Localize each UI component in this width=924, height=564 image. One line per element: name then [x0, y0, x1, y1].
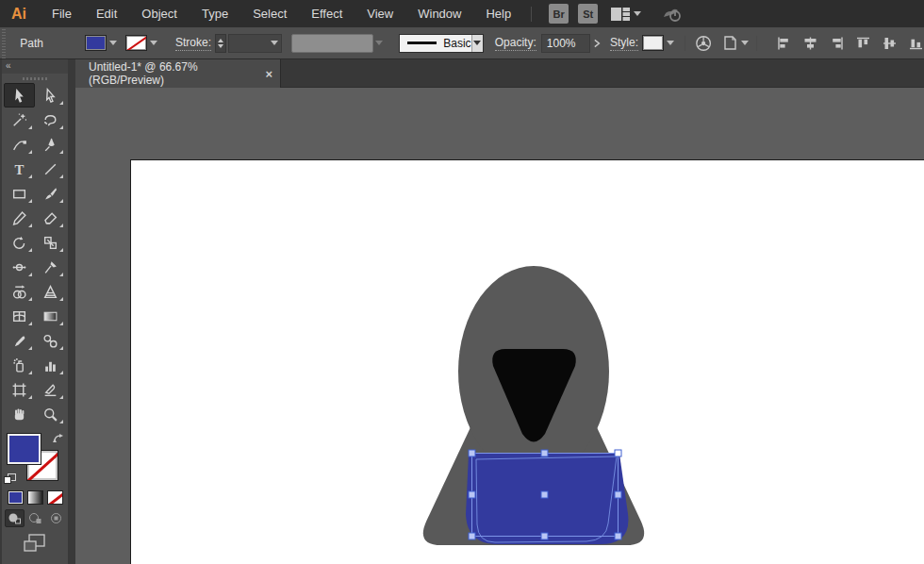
menu-item-object[interactable]: Object — [129, 7, 190, 21]
menu-item-effect[interactable]: Effect — [299, 7, 355, 21]
handle-bottom-right[interactable] — [615, 533, 621, 539]
menu-item-select[interactable]: Select — [240, 7, 299, 21]
stroke-none-swatch — [125, 35, 147, 51]
lasso-tool[interactable] — [35, 108, 66, 132]
none-mode-button[interactable] — [47, 490, 63, 505]
recolor-artwork-icon[interactable] — [695, 34, 712, 53]
pencil-tool[interactable] — [4, 206, 35, 230]
pasteboard[interactable] — [75, 88, 924, 564]
document-tab[interactable]: Untitled-1* @ 66.67% (RGB/Preview) × — [75, 59, 281, 88]
screen-mode-button[interactable] — [2, 533, 68, 554]
blend-tool[interactable] — [35, 328, 66, 353]
pen-tool[interactable] — [35, 132, 66, 157]
perspective-grid-tool[interactable] — [35, 279, 66, 304]
stroke-style-dropdown[interactable]: Basic — [399, 34, 484, 53]
mesh-tool[interactable] — [4, 304, 35, 328]
menu-item-help[interactable]: Help — [473, 7, 523, 21]
artboard-tool[interactable] — [4, 377, 35, 402]
align-bottom-icon[interactable] — [908, 36, 924, 51]
brush-definition-field[interactable] — [291, 34, 373, 53]
chevron-down-icon — [667, 41, 674, 45]
svg-text:T: T — [15, 161, 25, 176]
workspace-switcher[interactable] — [611, 8, 641, 21]
color-mode-button[interactable] — [8, 490, 24, 505]
line-segment-tool[interactable] — [35, 157, 66, 181]
handle-mid-right[interactable] — [615, 491, 621, 498]
eraser-tool[interactable] — [35, 206, 66, 230]
gradient-tool[interactable] — [35, 304, 66, 328]
draw-behind-button[interactable] — [25, 509, 45, 527]
symbol-sprayer-tool[interactable] — [4, 353, 35, 377]
graphic-style-dropdown[interactable] — [642, 35, 677, 51]
handle-bottom-left[interactable] — [469, 533, 475, 539]
zoom-tool[interactable] — [35, 402, 66, 426]
column-graph-tool[interactable] — [35, 353, 66, 377]
menu-item-view[interactable]: View — [355, 7, 405, 21]
handle-top-left[interactable] — [469, 450, 475, 456]
eyedropper-tool[interactable] — [4, 328, 35, 353]
selection-tool[interactable] — [4, 83, 35, 108]
panel-collapse-button[interactable]: « — [2, 59, 68, 74]
handle-top-center[interactable] — [541, 450, 548, 456]
menu-item-window[interactable]: Window — [405, 7, 473, 21]
gradient-mode-button[interactable] — [27, 490, 43, 505]
style-label[interactable]: Style: — [610, 36, 638, 51]
swap-fill-stroke-icon[interactable] — [53, 433, 65, 444]
fill-indicator[interactable] — [7, 433, 41, 465]
menu-item-type[interactable]: Type — [190, 7, 240, 21]
stroke-color-dropdown[interactable] — [125, 35, 160, 51]
magic-wand-tool[interactable] — [4, 108, 35, 132]
controlbar-separator — [685, 36, 685, 51]
handle-mid-left[interactable] — [469, 491, 475, 498]
controlbar-separator-2 — [756, 36, 757, 51]
handle-bottom-center[interactable] — [541, 533, 548, 539]
hand-tool[interactable] — [4, 402, 35, 426]
fill-color-dropdown[interactable] — [85, 35, 120, 51]
direct-selection-tool[interactable] — [35, 83, 66, 108]
align-left-icon[interactable] — [776, 36, 792, 51]
rotate-tool[interactable] — [4, 230, 35, 255]
control-bar: Path Stroke: Basic Opacity: Style: — [0, 27, 924, 59]
chevron-down-icon — [741, 41, 749, 45]
stroke-weight-label[interactable]: Stroke: — [175, 36, 211, 51]
align-buttons — [776, 36, 924, 51]
laptop-shape[interactable] — [466, 454, 628, 544]
close-icon[interactable]: × — [265, 67, 272, 81]
control-bar-grip[interactable] — [0, 27, 7, 58]
paintbrush-tool[interactable] — [35, 181, 66, 206]
scale-tool[interactable] — [35, 230, 66, 255]
curvature-tool[interactable] — [4, 132, 35, 157]
width-tool[interactable] — [4, 255, 35, 279]
fill-stroke-block — [4, 432, 66, 485]
chevron-down-icon — [109, 41, 117, 45]
draw-normal-button[interactable] — [5, 509, 25, 527]
handle-center[interactable] — [541, 491, 548, 498]
menu-item-file[interactable]: File — [40, 7, 84, 21]
handle-top-right[interactable] — [615, 450, 621, 456]
menu-item-edit[interactable]: Edit — [84, 7, 129, 21]
align-vertical-center-icon[interactable] — [882, 36, 898, 51]
chevron-down-icon — [375, 41, 383, 45]
puppet-warp-tool[interactable] — [35, 255, 66, 279]
opacity-label[interactable]: Opacity: — [495, 36, 536, 51]
power-status-icon[interactable] — [662, 6, 683, 23]
rectangle-tool[interactable] — [4, 181, 35, 206]
opacity-slider-arrow[interactable] — [593, 38, 601, 49]
paint-mode-row — [2, 490, 68, 505]
stroke-weight-field[interactable] — [228, 34, 282, 53]
document-setup-dropdown[interactable] — [721, 34, 749, 52]
type-tool[interactable]: T — [4, 157, 35, 181]
draw-inside-button[interactable] — [46, 509, 66, 527]
panel-grip[interactable] — [23, 77, 47, 80]
opacity-input[interactable] — [541, 34, 590, 53]
default-fill-stroke-icon[interactable] — [4, 473, 16, 484]
shape-builder-tool[interactable] — [4, 279, 35, 304]
stroke-weight-stepper[interactable] — [215, 34, 226, 53]
stock-button[interactable]: St — [578, 4, 598, 24]
stroke-sample-line — [407, 41, 437, 44]
align-top-icon[interactable] — [855, 36, 871, 51]
bridge-button[interactable]: Br — [549, 4, 569, 24]
align-right-icon[interactable] — [829, 36, 845, 51]
slice-tool[interactable] — [35, 377, 66, 402]
align-horizontal-center-icon[interactable] — [802, 36, 818, 51]
